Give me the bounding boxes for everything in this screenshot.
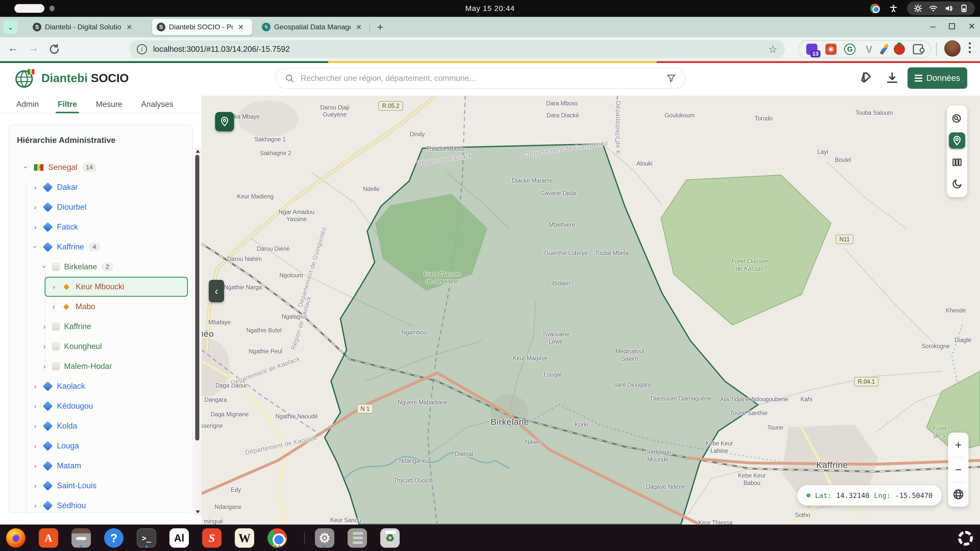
chevron-right-icon[interactable]: › xyxy=(32,203,38,211)
dock-item-files[interactable] xyxy=(71,528,91,548)
chevron-right-icon[interactable]: › xyxy=(32,462,38,470)
zoom-in-button[interactable]: + xyxy=(948,433,969,457)
download-icon[interactable] xyxy=(886,71,899,85)
window-close-button[interactable]: ✕ xyxy=(968,21,976,32)
chevron-right-icon[interactable]: › xyxy=(32,481,38,490)
chevron-down-icon[interactable]: › xyxy=(22,164,30,171)
dock-item-system-monitor[interactable] xyxy=(347,528,368,548)
chevron-right-icon[interactable]: › xyxy=(50,302,57,311)
scroll-up-arrow[interactable] xyxy=(196,150,200,153)
sidebar-tab-admin[interactable]: Admin xyxy=(16,95,39,113)
tree-item-birkelane[interactable]: ›Birkelane2 xyxy=(9,257,192,277)
browser-tab-2-active[interactable]: S Diantebi SOCIO - Portail g ✕ xyxy=(152,19,252,35)
chevron-down-icon[interactable]: › xyxy=(31,244,40,250)
zoom-out-button[interactable]: − xyxy=(948,457,969,482)
chevron-right-icon[interactable]: › xyxy=(32,382,38,391)
layers-columns-button[interactable] xyxy=(949,154,965,170)
new-tab-button[interactable]: + xyxy=(377,21,383,33)
tree-item-koungheul[interactable]: ›Koungheul xyxy=(9,337,192,356)
dock-item-terminal[interactable]: >_ xyxy=(136,528,157,548)
system-clock[interactable]: May 15 20:44 xyxy=(0,0,980,17)
dock-item-creative-app[interactable]: S xyxy=(202,528,222,548)
forward-button[interactable]: → xyxy=(28,42,39,54)
window-maximize-button[interactable] xyxy=(949,23,955,29)
grammarly-icon[interactable]: G xyxy=(844,44,856,55)
dock-item-w-app[interactable]: W xyxy=(234,528,255,548)
pomodoro-extension-icon[interactable] xyxy=(894,44,905,55)
zoom-search-tool-button[interactable] xyxy=(949,111,965,127)
basemap-swatch-icon[interactable] xyxy=(859,71,873,85)
tab-list-chevron-icon[interactable]: ⌄ xyxy=(3,21,18,34)
chevron-right-icon[interactable]: › xyxy=(41,362,48,371)
data-button[interactable]: Données xyxy=(907,67,967,89)
tree-item-keur-mboucki[interactable]: ›Keur Mboucki xyxy=(45,277,188,297)
browser-menu-icon[interactable] xyxy=(969,42,971,53)
chevron-right-icon[interactable]: › xyxy=(41,322,48,331)
dock-item-trash[interactable]: ♻ xyxy=(380,528,400,548)
vue-devtools-icon[interactable]: V xyxy=(863,44,875,55)
pen-extension-icon[interactable] xyxy=(880,43,889,55)
dock-item-illustrator[interactable]: Al xyxy=(169,528,189,548)
sidebar-tab-analyses[interactable]: Analyses xyxy=(141,95,173,113)
sidebar-collapse-button[interactable]: ‹ xyxy=(209,280,224,302)
dock-item-help[interactable]: ? xyxy=(103,528,124,548)
browser-tab-1[interactable]: S Diantebi - Digital Solutio ✕ xyxy=(28,19,147,35)
tree-item-saint-louis[interactable]: ›Saint-Louis xyxy=(9,476,192,495)
dark-mode-moon-button[interactable] xyxy=(949,176,965,192)
tree-item-malem-hodar[interactable]: ›Malem-Hodar xyxy=(9,356,192,376)
tree-item-kaffrine[interactable]: ›Kaffrine xyxy=(9,317,192,337)
tree-item-dakar[interactable]: ›Dakar xyxy=(9,177,192,197)
globe-projection-button[interactable] xyxy=(948,483,969,507)
extension-icon[interactable]: 13 xyxy=(806,44,818,55)
dock-item-settings[interactable]: ⚙ xyxy=(314,528,335,548)
chevron-right-icon[interactable]: › xyxy=(32,422,38,430)
location-tool-button-active[interactable] xyxy=(949,132,965,149)
tab-close-icon[interactable]: ✕ xyxy=(238,23,244,32)
locate-pin-button[interactable] xyxy=(215,112,234,131)
chrome-statusbar-icon[interactable] xyxy=(870,3,880,13)
chevron-right-icon[interactable]: › xyxy=(32,402,38,410)
tree-item-fatick[interactable]: ›Fatick xyxy=(9,217,192,237)
url-bar[interactable]: i localhost:3001/#11.03/14.206/-15.7592 … xyxy=(129,40,785,58)
system-status-pill[interactable] xyxy=(907,2,975,15)
chevron-right-icon[interactable]: › xyxy=(32,501,38,510)
tab-close-icon[interactable]: ✕ xyxy=(356,23,362,32)
bookmark-star-icon[interactable]: ☆ xyxy=(768,43,777,55)
show-apps-icon[interactable] xyxy=(958,531,973,546)
tree-item-diourbel[interactable]: ›Diourbel xyxy=(9,197,192,217)
accessibility-icon[interactable] xyxy=(889,4,898,13)
sidebar-tab-mesure[interactable]: Mesure xyxy=(96,95,122,113)
browser-tab-3[interactable]: ϟ Geospatial Data Manage ✕ xyxy=(257,19,367,35)
search-input[interactable]: Rechercher une région, département, comm… xyxy=(275,68,686,89)
filter-funnel-icon[interactable] xyxy=(666,73,676,83)
chevron-right-icon[interactable]: › xyxy=(32,223,38,231)
site-info-icon[interactable]: i xyxy=(137,44,147,54)
dock-item-firefox[interactable] xyxy=(6,528,26,548)
app-logo[interactable]: Diantebi SOCIO xyxy=(14,67,129,89)
scroll-down-arrow[interactable] xyxy=(196,510,200,513)
window-minimize-button[interactable]: – xyxy=(930,21,935,32)
profile-avatar[interactable] xyxy=(944,40,961,57)
chevron-right-icon[interactable]: › xyxy=(41,342,48,351)
reload-button[interactable] xyxy=(48,43,60,55)
sidebar-scrollbar[interactable] xyxy=(194,148,201,515)
dock-item-chrome[interactable] xyxy=(267,528,287,548)
tab-close-icon[interactable]: ✕ xyxy=(126,23,132,32)
tree-item-kolda[interactable]: ›Kolda xyxy=(9,416,192,436)
tree-item-kaolack[interactable]: ›Kaolack xyxy=(9,376,192,396)
tree-item-louga[interactable]: ›Louga xyxy=(9,436,192,456)
tree-item-senegal[interactable]: ›Senegal14 xyxy=(9,157,192,177)
url-text[interactable]: localhost:3001/#11.03/14.206/-15.7592 xyxy=(153,44,290,54)
back-button[interactable]: ← xyxy=(8,42,18,54)
dock-item-app-center[interactable]: A xyxy=(38,528,59,548)
chevron-right-icon[interactable]: › xyxy=(51,283,57,291)
tree-item-mabo[interactable]: ›Mabo xyxy=(9,297,192,317)
tree-item-kaffrine[interactable]: ›Kaffrine4 xyxy=(9,237,192,257)
chevron-right-icon[interactable]: › xyxy=(32,441,38,450)
scrollbar-thumb[interactable] xyxy=(195,155,199,441)
extensions-puzzle-icon[interactable] xyxy=(913,44,923,54)
tree-item-kédougou[interactable]: ›Kédougou xyxy=(9,396,192,416)
sidebar-tab-filtre[interactable]: Filtre xyxy=(58,95,77,113)
tree-item-matam[interactable]: ›Matam xyxy=(9,456,192,476)
react-devtools-icon[interactable]: ✳ xyxy=(825,44,837,55)
